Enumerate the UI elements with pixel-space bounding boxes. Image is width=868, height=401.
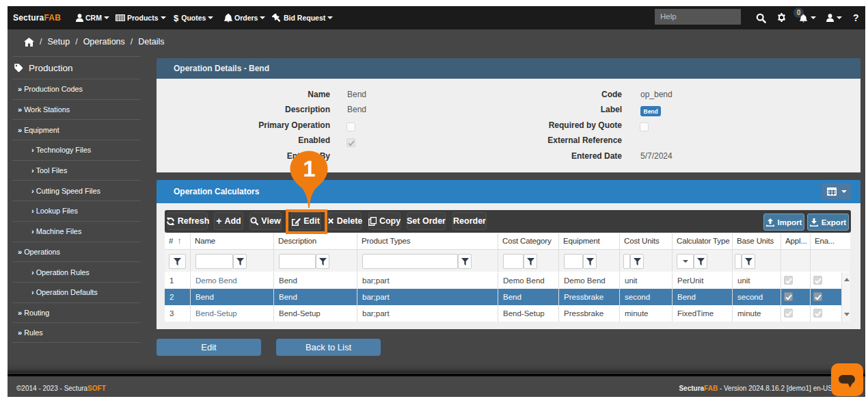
svg-text:1: 1 (303, 156, 315, 181)
